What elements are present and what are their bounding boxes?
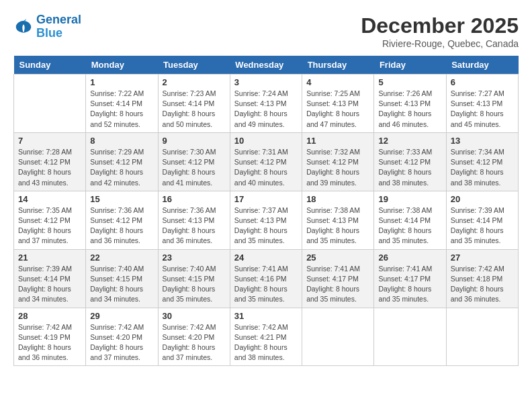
calendar-cell: 13Sunrise: 7:34 AM Sunset: 4:12 PM Dayli… [446, 132, 518, 191]
day-number: 13 [451, 136, 514, 146]
calendar-cell: 29Sunrise: 7:42 AM Sunset: 4:20 PM Dayli… [86, 308, 158, 366]
day-number: 30 [163, 311, 226, 321]
day-header-wednesday: Wednesday [230, 56, 302, 75]
calendar-cell: 20Sunrise: 7:39 AM Sunset: 4:14 PM Dayli… [446, 191, 518, 249]
day-header-friday: Friday [374, 56, 446, 75]
day-number: 22 [90, 253, 153, 263]
day-number: 1 [90, 77, 153, 87]
calendar-cell: 15Sunrise: 7:36 AM Sunset: 4:12 PM Dayli… [86, 191, 158, 249]
logo: General Blue [13, 13, 81, 40]
logo-icon [13, 17, 34, 37]
calendar-cell: 17Sunrise: 7:37 AM Sunset: 4:13 PM Dayli… [230, 191, 302, 249]
day-number: 28 [18, 311, 81, 321]
calendar-cell: 21Sunrise: 7:39 AM Sunset: 4:14 PM Dayli… [14, 249, 86, 308]
calendar-cell: 27Sunrise: 7:42 AM Sunset: 4:18 PM Dayli… [446, 249, 518, 308]
day-header-monday: Monday [86, 56, 158, 75]
day-number: 2 [163, 77, 226, 87]
day-number: 26 [378, 253, 441, 263]
day-header-sunday: Sunday [14, 56, 86, 75]
calendar-cell: 3Sunrise: 7:24 AM Sunset: 4:13 PM Daylig… [230, 75, 302, 133]
calendar-cell: 11Sunrise: 7:32 AM Sunset: 4:12 PM Dayli… [302, 132, 374, 191]
calendar-cell: 18Sunrise: 7:38 AM Sunset: 4:13 PM Dayli… [302, 191, 374, 249]
calendar-cell: 5Sunrise: 7:26 AM Sunset: 4:13 PM Daylig… [374, 75, 446, 133]
day-number: 19 [378, 194, 441, 204]
calendar-cell: 16Sunrise: 7:36 AM Sunset: 4:13 PM Dayli… [158, 191, 230, 249]
cell-info: Sunrise: 7:42 AM Sunset: 4:19 PM Dayligh… [18, 322, 81, 363]
calendar-cell [446, 308, 518, 366]
day-number: 3 [234, 77, 298, 87]
day-number: 17 [234, 194, 298, 204]
cell-info: Sunrise: 7:35 AM Sunset: 4:12 PM Dayligh… [18, 205, 81, 246]
cell-info: Sunrise: 7:23 AM Sunset: 4:14 PM Dayligh… [163, 89, 226, 130]
cell-info: Sunrise: 7:41 AM Sunset: 4:17 PM Dayligh… [306, 264, 369, 305]
calendar-table: SundayMondayTuesdayWednesdayThursdayFrid… [13, 56, 519, 366]
week-row: 7Sunrise: 7:28 AM Sunset: 4:12 PM Daylig… [14, 132, 519, 191]
cell-info: Sunrise: 7:27 AM Sunset: 4:13 PM Dayligh… [451, 89, 514, 130]
calendar-cell: 23Sunrise: 7:40 AM Sunset: 4:15 PM Dayli… [158, 249, 230, 308]
day-number: 9 [163, 136, 226, 146]
cell-info: Sunrise: 7:40 AM Sunset: 4:15 PM Dayligh… [90, 264, 153, 305]
calendar-cell: 24Sunrise: 7:41 AM Sunset: 4:16 PM Dayli… [230, 249, 302, 308]
day-number: 5 [378, 77, 441, 87]
day-number: 16 [163, 194, 226, 204]
logo-text: General Blue [36, 13, 81, 40]
calendar-cell: 28Sunrise: 7:42 AM Sunset: 4:19 PM Dayli… [14, 308, 86, 366]
cell-info: Sunrise: 7:28 AM Sunset: 4:12 PM Dayligh… [18, 147, 81, 188]
cell-info: Sunrise: 7:39 AM Sunset: 4:14 PM Dayligh… [18, 264, 81, 305]
cell-info: Sunrise: 7:36 AM Sunset: 4:13 PM Dayligh… [163, 205, 226, 246]
day-number: 29 [90, 311, 153, 321]
cell-info: Sunrise: 7:29 AM Sunset: 4:12 PM Dayligh… [90, 147, 153, 188]
cell-info: Sunrise: 7:36 AM Sunset: 4:12 PM Dayligh… [90, 205, 153, 246]
cell-info: Sunrise: 7:32 AM Sunset: 4:12 PM Dayligh… [306, 147, 369, 188]
cell-info: Sunrise: 7:34 AM Sunset: 4:12 PM Dayligh… [451, 147, 514, 188]
calendar-cell: 30Sunrise: 7:42 AM Sunset: 4:20 PM Dayli… [158, 308, 230, 366]
day-number: 24 [234, 253, 298, 263]
calendar-cell: 26Sunrise: 7:41 AM Sunset: 4:17 PM Dayli… [374, 249, 446, 308]
day-number: 31 [234, 311, 298, 321]
calendar-cell: 25Sunrise: 7:41 AM Sunset: 4:17 PM Dayli… [302, 249, 374, 308]
cell-info: Sunrise: 7:31 AM Sunset: 4:12 PM Dayligh… [234, 147, 298, 188]
cell-info: Sunrise: 7:30 AM Sunset: 4:12 PM Dayligh… [163, 147, 226, 188]
day-number: 6 [451, 77, 514, 87]
cell-info: Sunrise: 7:41 AM Sunset: 4:16 PM Dayligh… [234, 264, 298, 305]
calendar-cell: 2Sunrise: 7:23 AM Sunset: 4:14 PM Daylig… [158, 75, 230, 133]
cell-info: Sunrise: 7:24 AM Sunset: 4:13 PM Dayligh… [234, 89, 298, 130]
calendar-cell: 1Sunrise: 7:22 AM Sunset: 4:14 PM Daylig… [86, 75, 158, 133]
title-area: December 2025 Riviere-Rouge, Quebec, Can… [361, 13, 519, 49]
calendar-cell: 22Sunrise: 7:40 AM Sunset: 4:15 PM Dayli… [86, 249, 158, 308]
cell-info: Sunrise: 7:26 AM Sunset: 4:13 PM Dayligh… [378, 89, 441, 130]
month-title: December 2025 [361, 13, 519, 38]
cell-info: Sunrise: 7:40 AM Sunset: 4:15 PM Dayligh… [163, 264, 226, 305]
cell-info: Sunrise: 7:42 AM Sunset: 4:21 PM Dayligh… [234, 322, 298, 363]
day-number: 12 [378, 136, 441, 146]
day-number: 23 [163, 253, 226, 263]
calendar-cell [14, 75, 86, 133]
calendar-cell: 14Sunrise: 7:35 AM Sunset: 4:12 PM Dayli… [14, 191, 86, 249]
cell-info: Sunrise: 7:41 AM Sunset: 4:17 PM Dayligh… [378, 264, 441, 305]
day-number: 20 [451, 194, 514, 204]
day-number: 21 [18, 253, 81, 263]
calendar-cell: 6Sunrise: 7:27 AM Sunset: 4:13 PM Daylig… [446, 75, 518, 133]
day-number: 4 [306, 77, 369, 87]
week-row: 1Sunrise: 7:22 AM Sunset: 4:14 PM Daylig… [14, 75, 519, 133]
cell-info: Sunrise: 7:38 AM Sunset: 4:13 PM Dayligh… [306, 205, 369, 246]
week-row: 28Sunrise: 7:42 AM Sunset: 4:19 PM Dayli… [14, 308, 519, 366]
cell-info: Sunrise: 7:38 AM Sunset: 4:14 PM Dayligh… [378, 205, 441, 246]
calendar-cell: 7Sunrise: 7:28 AM Sunset: 4:12 PM Daylig… [14, 132, 86, 191]
week-row: 21Sunrise: 7:39 AM Sunset: 4:14 PM Dayli… [14, 249, 519, 308]
calendar-cell: 4Sunrise: 7:25 AM Sunset: 4:13 PM Daylig… [302, 75, 374, 133]
calendar-cell: 12Sunrise: 7:33 AM Sunset: 4:12 PM Dayli… [374, 132, 446, 191]
calendar-cell [374, 308, 446, 366]
day-number: 18 [306, 194, 369, 204]
day-number: 11 [306, 136, 369, 146]
day-header-thursday: Thursday [302, 56, 374, 75]
week-row: 14Sunrise: 7:35 AM Sunset: 4:12 PM Dayli… [14, 191, 519, 249]
day-number: 15 [90, 194, 153, 204]
day-number: 7 [18, 136, 81, 146]
day-header-saturday: Saturday [446, 56, 518, 75]
day-number: 27 [451, 253, 514, 263]
cell-info: Sunrise: 7:42 AM Sunset: 4:20 PM Dayligh… [90, 322, 153, 363]
cell-info: Sunrise: 7:39 AM Sunset: 4:14 PM Dayligh… [451, 205, 514, 246]
header-row: SundayMondayTuesdayWednesdayThursdayFrid… [14, 56, 519, 75]
calendar-cell: 8Sunrise: 7:29 AM Sunset: 4:12 PM Daylig… [86, 132, 158, 191]
